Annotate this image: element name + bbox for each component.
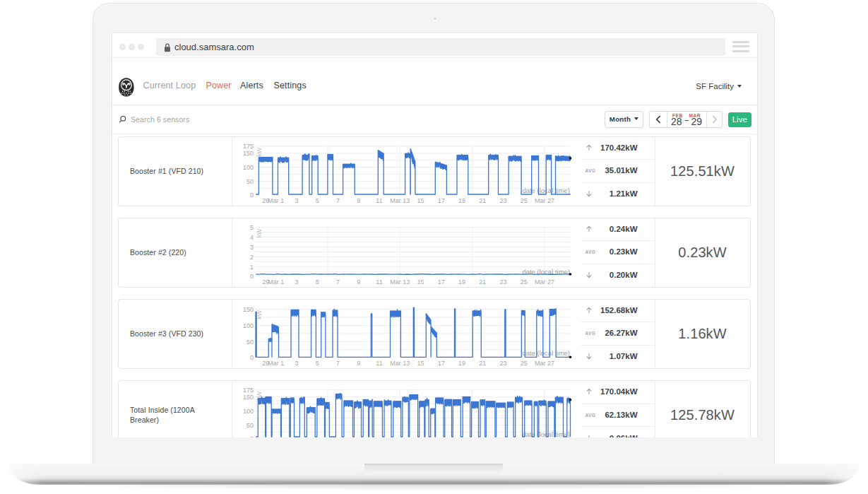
- svg-text:5: 5: [315, 360, 319, 367]
- svg-text:Mar 13: Mar 13: [390, 278, 410, 286]
- svg-text:15: 15: [417, 197, 424, 204]
- svg-text:5: 5: [315, 197, 319, 204]
- svg-text:0: 0: [249, 435, 253, 437]
- svg-text:Mar 27: Mar 27: [534, 197, 554, 204]
- svg-text:Mar 13: Mar 13: [390, 360, 410, 367]
- svg-text:19: 19: [458, 197, 465, 204]
- svg-text:3: 3: [295, 278, 298, 286]
- svg-text:9: 9: [357, 197, 360, 204]
- svg-text:9: 9: [357, 278, 360, 286]
- svg-text:Mar 27: Mar 27: [534, 360, 554, 367]
- svg-text:19: 19: [458, 360, 465, 367]
- svg-text:15: 15: [417, 360, 424, 367]
- svg-text:9: 9: [357, 360, 360, 367]
- svg-text:Mar 1: Mar 1: [268, 197, 284, 204]
- svg-text:25: 25: [520, 360, 527, 367]
- svg-text:17: 17: [437, 360, 444, 367]
- svg-text:23: 23: [499, 278, 506, 286]
- svg-text:Mar 1: Mar 1: [268, 360, 284, 367]
- svg-text:150: 150: [242, 394, 253, 401]
- svg-text:3: 3: [249, 243, 253, 250]
- svg-text:3: 3: [295, 360, 298, 367]
- svg-text:0: 0: [249, 273, 253, 280]
- svg-text:19: 19: [458, 278, 465, 286]
- svg-text:Mar 13: Mar 13: [390, 197, 410, 204]
- svg-text:175: 175: [242, 143, 253, 150]
- svg-text:kW: kW: [256, 228, 263, 237]
- svg-text:100: 100: [242, 163, 253, 170]
- svg-text:25: 25: [520, 278, 527, 286]
- svg-text:3: 3: [295, 197, 298, 204]
- svg-text:2: 2: [249, 253, 253, 260]
- svg-text:17: 17: [437, 197, 444, 204]
- svg-text:1: 1: [249, 263, 253, 270]
- svg-text:Mar 1: Mar 1: [268, 278, 284, 286]
- svg-text:11: 11: [376, 360, 382, 367]
- svg-text:0: 0: [249, 192, 253, 199]
- svg-text:7: 7: [335, 278, 339, 286]
- svg-text:100: 100: [242, 408, 253, 415]
- svg-text:150: 150: [242, 305, 253, 312]
- svg-text:150: 150: [242, 150, 253, 157]
- svg-text:11: 11: [376, 278, 382, 286]
- svg-text:50: 50: [246, 422, 253, 429]
- svg-text:kW: kW: [256, 147, 263, 155]
- svg-text:21: 21: [479, 197, 486, 204]
- svg-text:11: 11: [376, 197, 382, 204]
- svg-text:100: 100: [242, 322, 253, 329]
- svg-text:5: 5: [315, 278, 319, 286]
- svg-text:Mar 27: Mar 27: [534, 278, 554, 286]
- svg-text:25: 25: [520, 197, 527, 204]
- svg-text:7: 7: [335, 360, 339, 367]
- svg-text:23: 23: [499, 360, 506, 367]
- svg-text:50: 50: [246, 338, 253, 345]
- svg-text:175: 175: [242, 387, 253, 394]
- svg-text:0: 0: [249, 354, 253, 361]
- svg-text:17: 17: [437, 278, 444, 286]
- svg-text:50: 50: [246, 177, 253, 184]
- svg-text:date (local time): date (local time): [522, 349, 570, 357]
- svg-text:5: 5: [249, 223, 253, 230]
- svg-text:23: 23: [499, 197, 506, 204]
- svg-text:4: 4: [249, 233, 253, 240]
- svg-text:21: 21: [479, 278, 486, 286]
- svg-text:15: 15: [417, 278, 424, 286]
- svg-text:21: 21: [479, 360, 486, 367]
- svg-text:7: 7: [335, 197, 339, 204]
